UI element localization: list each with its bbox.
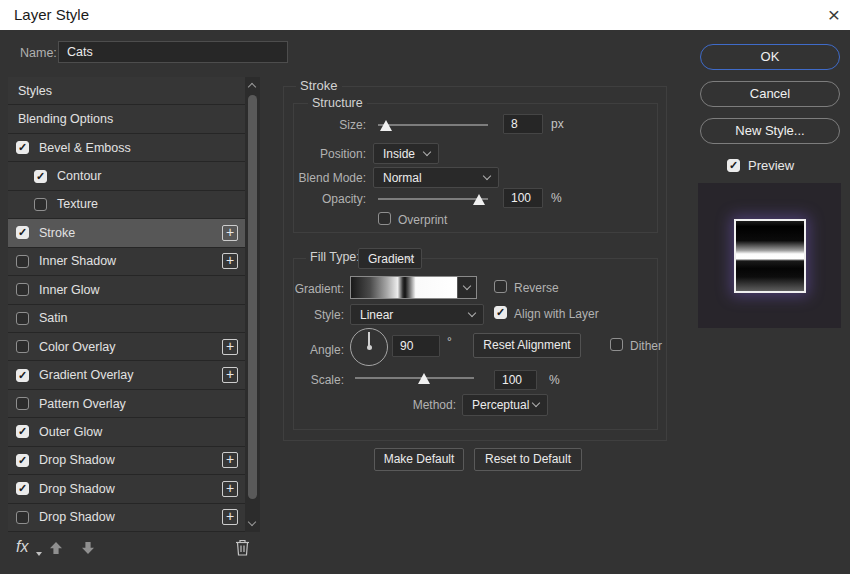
blend-mode-value: Normal [374,171,422,185]
sidebar-item-satin[interactable]: Satin [8,305,245,333]
opacity-slider-track[interactable] [378,198,488,200]
size-unit: px [551,117,564,131]
add-effect-instance-button[interactable]: + [222,225,238,241]
size-slider[interactable] [378,116,488,134]
size-slider-thumb[interactable] [380,120,392,131]
sidebar-item-label: Inner Glow [39,283,99,297]
effect-checkbox[interactable] [16,283,29,296]
sidebar-item-color-overlay[interactable]: Color Overlay+ [8,333,245,361]
method-label: Method: [382,398,456,412]
sidebar-item-drop-shadow[interactable]: Drop Shadow+ [8,447,245,475]
make-default-button[interactable]: Make Default [374,448,464,471]
sidebar-item-styles[interactable]: Styles [8,77,245,105]
fill-type-label: Fill Type: [306,250,364,264]
gradient-picker[interactable] [350,276,477,299]
effect-checkbox[interactable] [16,340,29,353]
align-with-layer-checkbox[interactable] [494,306,507,319]
sidebar-item-label: Pattern Overlay [39,397,126,411]
sidebar-item-inner-shadow[interactable]: Inner Shadow+ [8,248,245,276]
add-effect-instance-button[interactable]: + [222,509,238,525]
scale-input[interactable] [494,370,537,390]
structure-legend: Structure [308,96,367,110]
title-bar: Layer Style × [0,0,850,30]
angle-input[interactable] [392,335,440,357]
effect-checkbox[interactable] [16,255,29,268]
sidebar-item-contour[interactable]: Contour [8,162,245,190]
effects-toolbar: fx [8,538,260,564]
effect-checkbox[interactable] [16,397,29,410]
delete-effect-icon[interactable] [234,538,251,561]
add-effect-instance-button[interactable]: + [222,481,238,497]
sidebar-item-inner-glow[interactable]: Inner Glow [8,276,245,304]
size-input[interactable] [503,114,543,134]
sidebar-item-pattern-overlay[interactable]: Pattern Overlay [8,390,245,418]
sidebar-item-drop-shadow[interactable]: Drop Shadow+ [8,504,245,532]
scale-slider-track[interactable] [355,377,474,379]
sidebar-item-gradient-overlay[interactable]: Gradient Overlay+ [8,361,245,389]
reverse-checkbox[interactable] [494,280,507,293]
sidebar-item-blending-options[interactable]: Blending Options [8,105,245,133]
sidebar-item-texture[interactable]: Texture [8,191,245,219]
opacity-slider-thumb[interactable] [473,194,485,205]
add-effect-instance-button[interactable]: + [222,452,238,468]
size-slider-track[interactable] [378,124,488,126]
fx-menu-button[interactable]: fx [16,538,28,556]
reset-to-default-button[interactable]: Reset to Default [474,448,582,471]
dither-checkbox[interactable] [610,338,623,351]
scale-label: Scale: [294,373,344,387]
sidebar-item-bevel-emboss[interactable]: Bevel & Emboss [8,134,245,162]
move-effect-up-icon[interactable] [48,540,64,560]
blend-mode-dropdown[interactable]: Normal [373,167,499,188]
effect-checkbox[interactable] [16,482,29,495]
close-icon[interactable]: × [828,2,840,28]
position-label: Position: [294,147,366,161]
angle-dial[interactable] [350,328,388,366]
add-effect-instance-button[interactable]: + [222,367,238,383]
effect-checkbox[interactable] [16,511,29,524]
opacity-slider[interactable] [378,190,488,208]
opacity-input[interactable] [503,188,543,208]
method-dropdown[interactable]: Perceptual [462,394,548,416]
scroll-up-icon[interactable] [248,83,256,91]
effect-checkbox[interactable] [16,425,29,438]
name-input[interactable] [58,41,288,63]
reset-alignment-button[interactable]: Reset Alignment [473,333,581,358]
gradient-swatch[interactable] [351,277,457,298]
scale-slider[interactable] [355,369,474,387]
sidebar-item-stroke[interactable]: Stroke+ [8,219,245,247]
sidebar-item-outer-glow[interactable]: Outer Glow [8,418,245,446]
scrollbar-thumb[interactable] [248,95,257,499]
overprint-checkbox[interactable] [378,212,391,225]
effect-checkbox[interactable] [16,141,29,154]
opacity-unit: % [551,191,562,205]
scroll-down-icon[interactable] [248,518,256,526]
sidebar-item-label: Gradient Overlay [39,368,133,382]
sidebar-item-label: Stroke [39,226,75,240]
fill-type-dropdown[interactable]: Gradient [358,248,422,269]
sidebar-item-label: Drop Shadow [39,453,115,467]
style-value: Linear [351,308,393,322]
effect-checkbox[interactable] [34,198,47,211]
add-effect-instance-button[interactable]: + [222,339,238,355]
style-dropdown[interactable]: Linear [350,304,484,325]
effect-checkbox[interactable] [16,312,29,325]
fx-caret-icon [36,552,42,556]
position-dropdown[interactable]: Inside [373,143,439,164]
cancel-button[interactable]: Cancel [700,81,840,107]
sidebar-item-label: Inner Shadow [39,254,116,268]
effect-checkbox[interactable] [16,226,29,239]
sidebar-scrollbar[interactable] [245,77,260,532]
add-effect-instance-button[interactable]: + [222,253,238,269]
gradient-dropdown-button[interactable] [457,277,476,298]
reverse-label: Reverse [514,281,559,295]
effect-checkbox[interactable] [34,170,47,183]
scale-slider-thumb[interactable] [418,373,430,384]
move-effect-down-icon[interactable] [80,540,96,560]
preview-checkbox[interactable] [727,159,740,172]
sidebar-item-drop-shadow[interactable]: Drop Shadow+ [8,475,245,503]
new-style-button[interactable]: New Style... [700,118,840,144]
ok-button[interactable]: OK [700,44,840,70]
effect-checkbox[interactable] [16,369,29,382]
sidebar-item-label: Bevel & Emboss [39,141,131,155]
effect-checkbox[interactable] [16,454,29,467]
